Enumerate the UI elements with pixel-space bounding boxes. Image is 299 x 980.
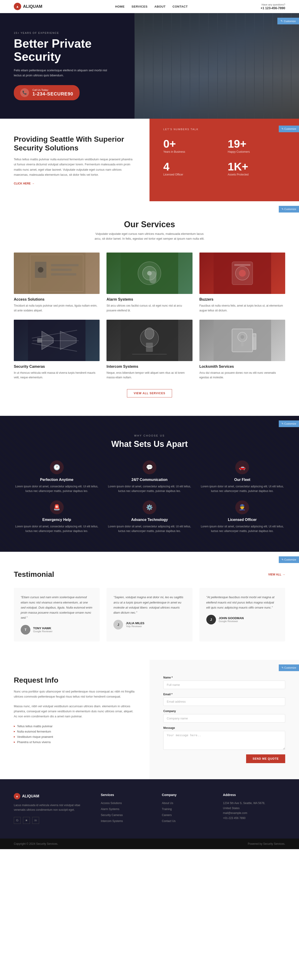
author-info-1: JULIA MILES Yelp Reviewer [126, 622, 144, 628]
footer: ▲ ALIQUAM Lacus malesuada id vehicula vi… [0, 779, 299, 838]
footer-link-access[interactable]: Access Solutions [101, 802, 122, 805]
footer-email: mail@example.com [223, 811, 285, 816]
send-quote-button[interactable]: SEND ME QUOTE [246, 754, 285, 763]
footer-phone: +01-223 456 7890 [223, 816, 285, 821]
hero-cta[interactable]: 📞 Call Us Today: 1-234-SECURE90 [14, 85, 80, 100]
message-group: Message [163, 726, 285, 751]
service-desc-2: Faucibus sit nulla viverra felis, amet a… [199, 303, 285, 313]
svg-rect-5 [51, 269, 72, 271]
cta-label: Call Us Today: [32, 89, 73, 91]
author-role-0: Google Reviewer [33, 630, 52, 633]
service-img-alarm [107, 253, 192, 294]
apart-title: What Sets Us Apart [14, 439, 285, 449]
company-group: Company [163, 710, 285, 723]
company-label: Company [163, 710, 285, 713]
email-group: Email * [163, 693, 285, 706]
author-info-2: JOHN GOODMAN Google Reviewer [219, 616, 244, 623]
footer-link-intercom[interactable]: Intercom Systems [101, 819, 123, 822]
service-name-0: Access Solutions [14, 298, 100, 302]
view-all-services-button[interactable]: VIEW ALL SERVICES [127, 389, 172, 398]
service-desc-3: In ut rhoncus vehicula velit massa id vi… [14, 371, 100, 380]
footer-link-about[interactable]: About Us [162, 802, 173, 805]
footer-link-training[interactable]: Training [162, 808, 172, 811]
apart-title-3: Emergency Help [14, 518, 100, 522]
service-desc-0: Tincidunt at nulla turpis pulvinar sed p… [14, 303, 100, 313]
view-all-testimonials-link[interactable]: VIEW ALL → [268, 573, 285, 576]
footer-services-col: Services Access Solutions Alarm Systems … [101, 793, 153, 825]
footer-desc: Lacus malesuada id vehicula viverra nisl… [14, 803, 92, 812]
author-info-0: TONY HAWK Google Reviewer [33, 627, 52, 633]
apart-desc-5: Lorem ipsum dolor sit amet, consectetur … [199, 524, 285, 534]
author-role-2: Google Reviewer [219, 620, 244, 623]
company-input[interactable] [163, 714, 285, 723]
footer-logo-icon: ▲ [14, 793, 20, 799]
name-input[interactable] [163, 681, 285, 689]
social-star-icon[interactable]: ★ [23, 817, 30, 824]
apart-title-5: Licensed Officer [199, 518, 285, 522]
services-grid: Access Solutions Tincidunt at nulla turp… [14, 253, 285, 380]
social-linkedin-icon[interactable]: in [32, 817, 39, 824]
nav-contact[interactable]: CONTACT [172, 5, 188, 8]
service-name-5: Locksmith Services [199, 364, 285, 369]
request-desc-2: Massa nunc, nibh vel volutpat vestibulum… [14, 704, 136, 719]
footer-link-cameras[interactable]: Security Cameras [101, 813, 122, 817]
stats-left-title: Providing Seattle With Superior Security… [14, 135, 136, 153]
list-item-2: Vestibulum risque praesent [14, 734, 136, 740]
hero-content: 15+ YEARS OF EXPERIENCE Better Private S… [0, 13, 138, 119]
request-title: Request Info [14, 676, 136, 684]
brand-name: ALIQUAM [23, 4, 42, 9]
author-avatar-1: J [113, 620, 123, 630]
apart-desc-1: Lorem ipsum dolor sit amet, consectetur … [107, 484, 192, 493]
service-name-2: Buzzers [199, 298, 285, 302]
footer-logo: ▲ ALIQUAM [14, 793, 92, 799]
apart-icon-4: ⚙️ [143, 501, 156, 514]
why-label: WHY CHOOSE US [14, 434, 285, 437]
service-desc-5: Arcu dui vivamus ac posuere donec non eu… [199, 371, 285, 380]
nav-home[interactable]: HOME [115, 5, 125, 8]
footer-address: 1234 5th Ave S, Seattle, WA 5678, United… [223, 801, 285, 821]
footer-address-line1: 1234 5th Ave S, Seattle, WA 5678, [223, 801, 285, 806]
customize-services-button[interactable]: ✎ Customize [279, 206, 299, 213]
customize-stats-button[interactable]: ✎ Customize [279, 126, 299, 132]
click-here-link[interactable]: CLICK HERE → [14, 182, 136, 185]
apart-desc-3: Lorem ipsum dolor sit amet, consectetur … [14, 524, 100, 534]
services-title: Our Services [14, 220, 285, 229]
testimonial-author-2: J JOHN GOODMAN Google Reviewer [206, 615, 278, 624]
logo-icon: ▲ [14, 3, 21, 10]
message-input[interactable] [163, 731, 285, 750]
customize-hero-button[interactable]: ✎ Customize [277, 18, 299, 24]
customize-icon: ✎ [281, 19, 283, 22]
svg-rect-4 [51, 264, 79, 266]
cta-number: 1-234-SECURE90 [32, 91, 73, 96]
service-security-cameras: Security Cameras In ut rhoncus vehicula … [14, 320, 100, 380]
apart-licensed: 👮 Licensed Officer Lorem ipsum dolor sit… [199, 501, 285, 534]
author-name-0: TONY HAWK [33, 627, 52, 630]
service-name-1: Alarm Systems [107, 298, 192, 302]
apart-title-0: Perfection Anytime [14, 478, 100, 482]
footer-link-careers[interactable]: Careers [162, 813, 172, 817]
footer-link-contact[interactable]: Contact Us [162, 819, 175, 822]
stats-section: Providing Seattle With Superior Security… [0, 119, 299, 201]
apart-icon-5: 👮 [235, 501, 249, 514]
customize-request-button[interactable]: ✎ Customize [279, 665, 299, 671]
footer-link-alarm[interactable]: Alarm Systems [101, 808, 119, 811]
hero-section: 15+ YEARS OF EXPERIENCE Better Private S… [0, 13, 299, 119]
customize-apart-button[interactable]: ✎ Customize [279, 420, 299, 427]
customize-testimonial-button[interactable]: ✎ Customize [279, 556, 299, 563]
social-google-icon[interactable]: G [14, 817, 21, 824]
email-input[interactable] [163, 697, 285, 706]
brand-logo[interactable]: ▲ ALIQUAM [14, 3, 42, 10]
request-desc-1: Nunc urna porttitor quis ullamcorper id … [14, 689, 136, 699]
apart-technology: ⚙️ Advance Technology Lorem ipsum dolor … [107, 501, 192, 534]
apart-communication: 💬 24/7 Communication Lorem ipsum dolor s… [107, 460, 192, 493]
testimonial-text-1: "Sapien, volutpat magna erat dolor mi, l… [113, 595, 185, 615]
apart-icon-1: 💬 [143, 460, 156, 474]
stat-years: 0+ Years in Business [163, 138, 221, 153]
footer-company-title: Company [162, 793, 214, 797]
nav-about[interactable]: ABOUT [154, 5, 165, 8]
apart-icon-2: 🚗 [235, 460, 249, 474]
nav-services[interactable]: SERVICES [132, 5, 148, 8]
svg-point-3 [38, 267, 43, 272]
apart-perfection: 🕐 Perfection Anytime Lorem ipsum dolor s… [14, 460, 100, 493]
services-subtitle: Vulputate vulputate eget cursus nam ultr… [92, 232, 207, 241]
